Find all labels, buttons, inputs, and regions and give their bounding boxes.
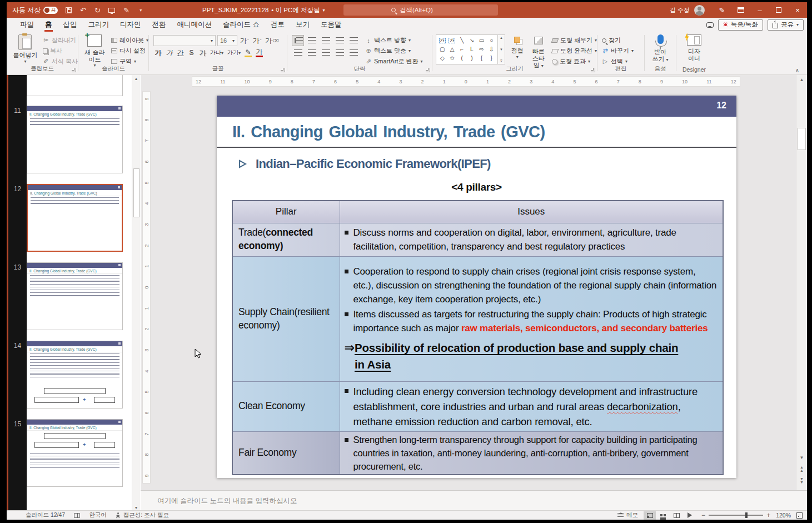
redo-button[interactable]: ↻ bbox=[93, 6, 101, 14]
menu-tab[interactable]: 도움말 bbox=[315, 18, 347, 32]
slide-thumbnail[interactable]: 11 II. Changing Global Industry, Trade (… bbox=[8, 106, 133, 173]
strikethrough-button[interactable]: S bbox=[187, 48, 196, 58]
underline-button[interactable]: 간 bbox=[176, 48, 185, 58]
menu-tab[interactable]: 보기 bbox=[290, 18, 315, 32]
shape-icon[interactable]: ▭ bbox=[479, 38, 484, 43]
shape-icon[interactable]: ○ bbox=[490, 38, 493, 43]
text-direction-button[interactable]: ↕텍스트 방향▾ bbox=[365, 36, 422, 45]
zoom-slider[interactable] bbox=[709, 515, 763, 516]
format-painter-icon[interactable]: ✎ bbox=[122, 6, 130, 14]
spell-check-button[interactable] bbox=[74, 513, 80, 518]
thumbnail-scrollbar[interactable]: ▲ ▼ bbox=[132, 75, 140, 511]
slide-thumbnail[interactable]: 12 II. Changing Global Industry, Trade (… bbox=[8, 184, 133, 252]
shape-icon[interactable]: ⇨ bbox=[479, 47, 484, 52]
main-scrollbar-thumb[interactable] bbox=[798, 128, 806, 150]
menu-tab[interactable]: 파일 bbox=[14, 18, 39, 32]
zoom-in-button[interactable]: + bbox=[766, 511, 770, 519]
shapes-gallery-scrollbar[interactable]: ▲ ▼ ⊽ bbox=[498, 34, 505, 64]
shape-icon[interactable]: ▢ bbox=[440, 47, 445, 52]
bullets-button[interactable] bbox=[292, 35, 304, 46]
share-button[interactable]: 공유 ▾ bbox=[768, 19, 804, 31]
italic-button[interactable]: 가 bbox=[165, 48, 174, 58]
chevron-down-icon[interactable]: ▾ bbox=[322, 8, 325, 13]
main-scrollbar[interactable]: ▲ ▼ ▲▲ ▼▼ bbox=[796, 75, 807, 490]
comments-icon[interactable] bbox=[706, 22, 714, 28]
collapse-ribbon-icon[interactable]: ∧ bbox=[795, 67, 799, 73]
layout-button[interactable]: 레이아웃▾ bbox=[111, 36, 148, 45]
save-button[interactable] bbox=[64, 6, 72, 14]
increase-indent-button[interactable] bbox=[333, 35, 346, 46]
decrease-indent-button[interactable] bbox=[320, 35, 332, 46]
close-button[interactable]: × bbox=[788, 2, 807, 18]
ribbon-display-options-button[interactable] bbox=[731, 2, 750, 18]
dictate-button[interactable]: 받아 쓰기 ▾ bbox=[645, 34, 676, 62]
font-color-button[interactable]: 가 bbox=[255, 48, 264, 58]
record-button[interactable]: 녹음/녹화 bbox=[718, 19, 763, 31]
shape-icon[interactable]: 가 bbox=[439, 38, 446, 43]
shape-icon[interactable]: ╲ bbox=[460, 38, 464, 43]
align-right-button[interactable] bbox=[320, 47, 332, 58]
shape-icon[interactable]: ⇩ bbox=[489, 47, 494, 52]
menu-tab[interactable]: 디자인 bbox=[114, 18, 147, 32]
normal-view-button[interactable] bbox=[644, 511, 656, 520]
grow-font-button[interactable]: 가ˆ bbox=[239, 36, 250, 46]
paragraph-dialog-launcher-icon[interactable] bbox=[426, 68, 430, 72]
search-input[interactable]: 검색(Alt+Q) bbox=[343, 4, 498, 16]
maximize-button[interactable] bbox=[769, 2, 788, 18]
cut-button[interactable]: ✂잘라내기 bbox=[43, 36, 78, 45]
align-text-button[interactable]: ⊕텍스트 맞춤▾ bbox=[365, 46, 422, 56]
next-slide-button[interactable]: ▼▼ bbox=[798, 477, 806, 485]
shape-icon[interactable]: ⌐ bbox=[460, 47, 464, 52]
highlight-color-button[interactable]: ✎ bbox=[243, 48, 253, 58]
replace-button[interactable]: ⇄바꾸기▾ bbox=[602, 46, 644, 56]
shape-icon[interactable]: L bbox=[470, 47, 474, 52]
shape-fill-button[interactable]: 도형 채우기▾ bbox=[552, 36, 597, 45]
minimize-button[interactable]: – bbox=[750, 2, 769, 18]
zoom-slider-thumb[interactable] bbox=[745, 512, 748, 518]
shape-icon[interactable]: } bbox=[490, 56, 492, 61]
character-spacing-button[interactable]: 가나▾ bbox=[209, 48, 225, 58]
shape-icon[interactable]: ↘ bbox=[470, 38, 474, 43]
numbering-button[interactable] bbox=[306, 35, 318, 46]
menu-tab[interactable]: 전환 bbox=[147, 18, 172, 32]
shape-icon[interactable]: ( bbox=[461, 56, 462, 61]
start-slideshow-button[interactable] bbox=[108, 6, 116, 14]
menu-tab[interactable]: 슬라이드 쇼 bbox=[217, 18, 265, 32]
shape-icon[interactable]: { bbox=[481, 56, 482, 61]
menu-tab[interactable]: 애니메이션 bbox=[172, 18, 218, 32]
notes-placeholder[interactable]: 여기에 슬라이드 노트의 내용을 입력하십시오 bbox=[157, 496, 807, 506]
find-button[interactable]: 찾기 bbox=[602, 36, 644, 45]
copy-button[interactable]: 복사 bbox=[43, 46, 78, 56]
align-left-button[interactable] bbox=[292, 47, 304, 58]
shape-icon[interactable]: △ bbox=[450, 47, 455, 52]
shape-icon[interactable]: ✩ bbox=[450, 56, 454, 61]
shape-icon[interactable]: 가 bbox=[449, 38, 455, 43]
slide-indicator[interactable]: 슬라이드 12/47 bbox=[26, 511, 65, 519]
text-shadow-button[interactable]: 가 bbox=[198, 48, 207, 58]
clipboard-dialog-launcher-icon[interactable] bbox=[72, 68, 76, 72]
bold-button[interactable]: 가 bbox=[153, 48, 163, 58]
drawing-dialog-launcher-icon[interactable] bbox=[591, 68, 595, 72]
shape-icon[interactable]: ◇ bbox=[440, 56, 445, 61]
notes-pane[interactable]: 여기에 슬라이드 노트의 내용을 입력하십시오 bbox=[141, 490, 807, 511]
columns-button[interactable] bbox=[347, 47, 360, 58]
slide-thumbnail[interactable]: 13 II. Changing Global Industry, Trade (… bbox=[8, 262, 133, 330]
slide-sorter-view-button[interactable] bbox=[657, 511, 669, 520]
undo-button[interactable]: ↶ bbox=[79, 6, 87, 14]
zoom-out-button[interactable]: − bbox=[701, 511, 705, 519]
designer-button[interactable]: 디자 이너 bbox=[676, 34, 712, 62]
menu-tab[interactable]: 검토 bbox=[265, 18, 290, 32]
change-case-button[interactable]: 가기▾ bbox=[226, 48, 242, 58]
customize-qat-button[interactable]: ▾ bbox=[137, 6, 145, 14]
align-center-button[interactable] bbox=[306, 47, 318, 58]
thumbnail-scrollbar-thumb[interactable] bbox=[133, 168, 140, 217]
slide-thumbnail[interactable]: 15 II. Changing Global Industry, Trade (… bbox=[8, 419, 133, 487]
ink-pen-button[interactable]: ✎ bbox=[713, 2, 731, 18]
shape-outline-button[interactable]: 도형 윤곽선▾ bbox=[552, 46, 597, 56]
fit-slide-to-window-button[interactable] bbox=[796, 512, 803, 519]
zoom-level[interactable]: 120% bbox=[776, 512, 791, 519]
slide-thumbnail[interactable]: 14 II. Changing Global Industry, Trade (… bbox=[8, 341, 133, 409]
autosave-toggle[interactable]: 자동 저장 끔 bbox=[12, 6, 58, 15]
slide-thumbnail-partial[interactable] bbox=[27, 75, 123, 96]
menu-tab[interactable]: 삽입 bbox=[58, 18, 83, 32]
